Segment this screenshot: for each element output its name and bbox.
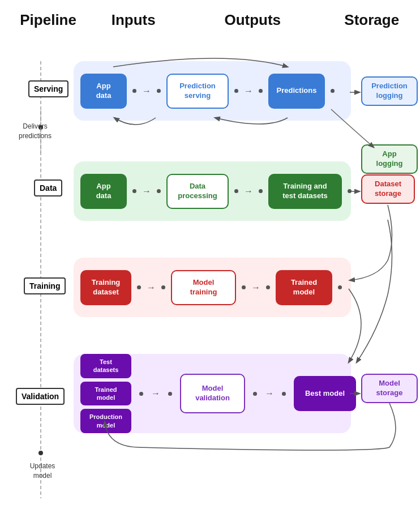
dot4	[259, 89, 263, 93]
svg-point-2	[38, 451, 43, 455]
header-outputs: Outputs	[196, 11, 309, 29]
model-validation-box: Model validation	[180, 374, 245, 413]
val-trained-model-box: Trained model	[80, 382, 131, 406]
dot15	[338, 285, 342, 289]
training-row: Training dataset → Model training → Trai…	[80, 270, 344, 305]
dot7	[157, 189, 161, 193]
dataset-storage-box: Dataset storage	[361, 174, 415, 204]
section-training: Training dataset → Model training → Trai…	[74, 258, 351, 317]
updates-model-text: Updates model	[20, 461, 65, 481]
pipeline-validation-label: Validation	[16, 388, 65, 405]
dot8	[234, 189, 238, 193]
arrow6: →	[251, 283, 260, 293]
dot3	[234, 89, 238, 93]
arrow4: →	[244, 186, 253, 196]
dot14	[266, 285, 270, 289]
dot19	[282, 392, 286, 396]
arrow5: →	[147, 283, 156, 293]
section-data: App data → Data processing → Training an…	[74, 161, 351, 221]
header-inputs: Inputs	[100, 11, 168, 29]
val-test-datasets-box: Test datasets	[80, 354, 131, 378]
val-production-model-box: Production model	[80, 409, 131, 433]
serving-row: App data → Prediction serving → Predicti…	[80, 74, 344, 109]
dot10	[348, 189, 352, 193]
app-logging-box: App logging	[361, 144, 418, 174]
data-row: App data → Data processing → Training an…	[80, 174, 352, 209]
prediction-logging-box: Prediction logging	[361, 76, 418, 106]
arrow7: →	[151, 388, 160, 399]
header-pipeline: Pipeline	[20, 11, 71, 29]
data-app-data-box: App data	[80, 174, 127, 209]
model-storage-box: Model storage	[361, 374, 418, 403]
dot17	[168, 392, 172, 396]
arrow2: →	[244, 86, 253, 96]
prediction-serving-box: Prediction serving	[166, 74, 229, 109]
dot11	[137, 285, 141, 289]
training-test-datasets-box: Training and test datasets	[268, 174, 342, 209]
arrow3: →	[142, 186, 151, 196]
section-validation: Test datasets Trained model Production m…	[74, 354, 351, 433]
predictions-box: Predictions	[268, 74, 325, 109]
dot6	[132, 189, 136, 193]
trained-model-box: Trained model	[276, 270, 332, 305]
arrow1: →	[142, 86, 151, 96]
dot18	[253, 392, 257, 396]
best-model-box: Best model	[294, 376, 356, 411]
dot5	[331, 89, 335, 93]
training-dataset-box: Training dataset	[80, 270, 131, 305]
dot13	[242, 285, 246, 289]
header-storage: Storage	[338, 11, 406, 29]
dot16	[139, 392, 143, 396]
data-processing-box: Data processing	[166, 174, 229, 209]
pipeline-data-label: Data	[34, 179, 62, 196]
diagram-container: Pipeline Inputs Outputs Storage Serving …	[0, 0, 420, 513]
dot9	[259, 189, 263, 193]
section-serving: App data → Prediction serving → Predicti…	[74, 61, 351, 121]
serving-app-data-box: App data	[80, 74, 127, 109]
validation-left-col: Test datasets Trained model Production m…	[80, 354, 131, 433]
model-training-box: Model training	[171, 270, 236, 305]
pipeline-serving-label: Serving	[28, 80, 68, 97]
dot2	[157, 89, 161, 93]
arrow8: →	[265, 388, 274, 399]
header-row: Pipeline Inputs Outputs Storage	[0, 11, 420, 29]
pipeline-training-label: Training	[24, 277, 66, 294]
dot12	[161, 285, 165, 289]
delivers-predictions-text: Delivers predictions	[12, 122, 58, 141]
dot1	[132, 89, 136, 93]
